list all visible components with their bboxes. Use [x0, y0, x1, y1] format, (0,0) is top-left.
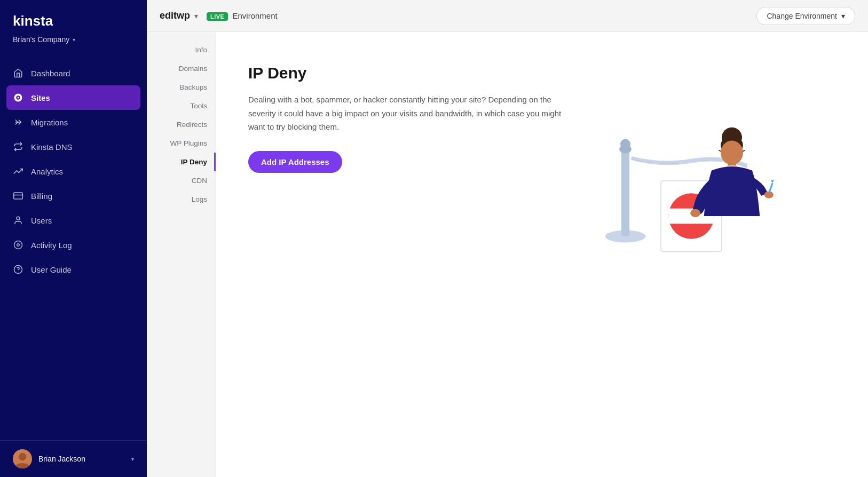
sub-nav-domains[interactable]: Domains [147, 59, 216, 78]
svg-point-3 [18, 97, 19, 99]
activity-icon [13, 240, 23, 250]
company-chevron-icon: ▾ [73, 37, 75, 43]
svg-point-7 [14, 241, 22, 249]
woman-figure [690, 128, 774, 217]
sites-icon [13, 92, 23, 103]
svg-rect-4 [14, 193, 23, 199]
svg-text:kinsta: kinsta [13, 13, 53, 29]
user-name: Brian Jackson [38, 455, 125, 463]
sub-nav-wp-plugins[interactable]: WP Plugins [147, 134, 216, 153]
sidebar-item-sites[interactable]: Sites [6, 85, 140, 110]
topbar: editwp ▾ LIVE Environment Change Environ… [147, 0, 868, 32]
sidebar-item-label-dashboard: Dashboard [31, 69, 70, 78]
page-content: IP Deny Dealing with a bot, spammer, or … [216, 32, 868, 477]
topbar-left: editwp ▾ LIVE Environment [160, 10, 278, 21]
sidebar-item-label-activity-log: Activity Log [31, 241, 72, 250]
user-chevron-icon: ▾ [131, 456, 134, 462]
sidebar-item-label-billing: Billing [31, 192, 52, 201]
svg-point-8 [17, 244, 20, 247]
add-ip-addresses-button[interactable]: Add IP Addresses [248, 151, 342, 173]
company-name: Brian's Company [13, 35, 69, 44]
illustration-area [590, 64, 793, 257]
change-environment-button[interactable]: Change Environment ▾ [756, 7, 855, 25]
sidebar-item-dashboard[interactable]: Dashboard [0, 61, 147, 85]
svg-marker-33 [771, 180, 774, 184]
sub-nav-backups[interactable]: Backups [147, 78, 216, 97]
svg-rect-14 [621, 150, 629, 237]
kinsta-logo-svg: kinsta [13, 12, 66, 29]
sub-nav-info[interactable]: Info [147, 41, 216, 59]
svg-point-27 [721, 140, 743, 165]
barrier-post-left [605, 139, 646, 243]
live-badge: LIVE [207, 12, 228, 21]
company-selector[interactable]: Brian's Company ▾ [13, 33, 134, 46]
sidebar-nav: Dashboard Sites Migrations [0, 54, 147, 440]
svg-point-12 [19, 453, 26, 460]
migrations-icon [13, 117, 23, 128]
sidebar-item-kinsta-dns[interactable]: Kinsta DNS [0, 134, 147, 159]
sidebar-item-users[interactable]: Users [0, 208, 147, 233]
sub-nav-ip-deny[interactable]: IP Deny [147, 153, 216, 171]
sidebar-header: kinsta Brian's Company ▾ [0, 0, 147, 54]
analytics-icon [13, 166, 23, 177]
sidebar: kinsta Brian's Company ▾ Dashboard [0, 0, 147, 477]
sidebar-item-label-dns: Kinsta DNS [31, 142, 73, 152]
ip-deny-description: Dealing with a bot, spammer, or hacker c… [248, 93, 569, 134]
users-icon [13, 215, 23, 226]
kinsta-logo: kinsta [13, 12, 134, 29]
sidebar-item-migrations[interactable]: Migrations [0, 110, 147, 134]
sidebar-item-label-sites: Sites [31, 93, 50, 102]
home-icon [13, 68, 23, 78]
content-area: Info Domains Backups Tools Redirects WP … [147, 32, 868, 477]
svg-point-30 [690, 209, 700, 217]
sub-nav-tools[interactable]: Tools [147, 97, 216, 115]
sidebar-item-label-users: Users [31, 216, 52, 225]
sidebar-item-label-analytics: Analytics [31, 167, 63, 176]
sub-sidebar: Info Domains Backups Tools Redirects WP … [147, 32, 216, 477]
ip-deny-title: IP Deny [248, 64, 569, 82]
main-area: editwp ▾ LIVE Environment Change Environ… [147, 0, 868, 477]
ip-deny-section: IP Deny Dealing with a bot, spammer, or … [248, 64, 569, 173]
site-dropdown-icon[interactable]: ▾ [194, 12, 198, 20]
svg-point-6 [17, 217, 20, 220]
user-profile[interactable]: Brian Jackson ▾ [0, 440, 147, 477]
sidebar-item-label-migrations: Migrations [31, 118, 68, 127]
sidebar-item-user-guide[interactable]: User Guide [0, 257, 147, 282]
svg-point-16 [620, 139, 630, 149]
guide-icon [13, 264, 23, 275]
billing-icon [13, 190, 23, 201]
dns-icon [13, 141, 23, 152]
sidebar-item-label-user-guide: User Guide [31, 265, 72, 274]
change-env-chevron-icon: ▾ [841, 12, 845, 20]
sub-nav-cdn[interactable]: CDN [147, 171, 216, 190]
sidebar-item-analytics[interactable]: Analytics [0, 159, 147, 184]
sidebar-item-activity-log[interactable]: Activity Log [0, 233, 147, 257]
live-badge-wrapper: LIVE [207, 11, 228, 21]
sub-nav-redirects[interactable]: Redirects [147, 115, 216, 134]
ip-deny-illustration [590, 64, 793, 257]
avatar [13, 449, 32, 468]
sub-nav-logs[interactable]: Logs [147, 190, 216, 209]
sidebar-item-billing[interactable]: Billing [0, 184, 147, 208]
site-name: editwp [160, 10, 190, 21]
environment-label: Environment [232, 11, 277, 20]
